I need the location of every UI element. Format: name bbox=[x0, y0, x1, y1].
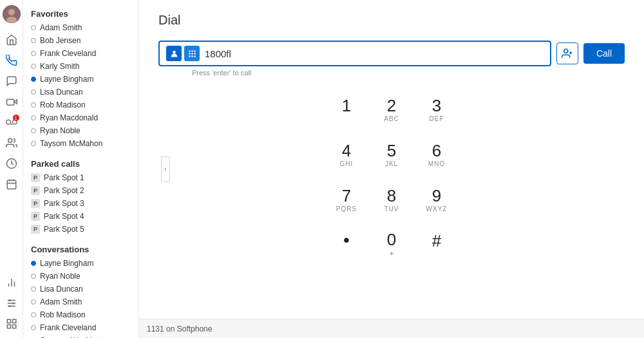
svg-point-4 bbox=[6, 120, 10, 124]
dial-key-letters: GHI bbox=[340, 160, 354, 167]
avatar[interactable] bbox=[3, 5, 21, 23]
video-nav-icon[interactable] bbox=[3, 93, 21, 111]
main-content: Dial bbox=[139, 0, 644, 338]
status-dot bbox=[31, 299, 36, 305]
svg-rect-25 bbox=[12, 325, 15, 328]
history-nav-icon[interactable] bbox=[3, 155, 21, 173]
chat-nav-icon[interactable] bbox=[3, 72, 21, 90]
call-button[interactable]: Call bbox=[583, 43, 625, 64]
list-item[interactable]: Taysom McMahon bbox=[23, 137, 138, 150]
dial-key-number: 5 bbox=[387, 142, 396, 159]
add-contact-button[interactable] bbox=[556, 42, 578, 64]
dial-key-4[interactable]: 4 GHI bbox=[324, 132, 369, 177]
dial-key-7[interactable]: 7 PQRS bbox=[324, 177, 369, 222]
voicemail-nav-icon[interactable]: 1 bbox=[3, 113, 21, 131]
icon-sidebar: 1 bbox=[0, 0, 23, 338]
dial-key-number: # bbox=[432, 232, 441, 249]
svg-point-31 bbox=[191, 53, 193, 54]
dial-input-row: Call bbox=[158, 41, 625, 66]
grid-nav-icon[interactable] bbox=[3, 315, 21, 333]
list-item[interactable]: Rob Madison bbox=[23, 99, 138, 111]
parked-calls-header: Parked calls bbox=[23, 155, 138, 171]
list-item[interactable]: Ryan Macdonald bbox=[23, 111, 138, 124]
dial-key-6[interactable]: 6 MNO bbox=[414, 132, 459, 177]
list-item[interactable]: P Park Spot 2 bbox=[23, 184, 138, 197]
conversations-header: Conversations bbox=[23, 241, 138, 257]
list-item[interactable]: Layne Bingham bbox=[23, 257, 138, 270]
voicemail-badge: 1 bbox=[13, 115, 19, 121]
settings-nav-icon[interactable] bbox=[3, 294, 21, 312]
svg-rect-22 bbox=[7, 319, 10, 323]
list-item[interactable]: Lisa Duncan bbox=[23, 283, 138, 296]
svg-point-36 bbox=[564, 49, 568, 53]
contact-name: Lisa Duncan bbox=[40, 285, 83, 294]
list-item[interactable]: P Park Spot 3 bbox=[23, 197, 138, 210]
list-item[interactable]: Spencer Washington bbox=[23, 334, 138, 338]
dial-key-letters: MNO bbox=[428, 160, 445, 167]
dial-key-3[interactable]: 3 DEF bbox=[414, 87, 459, 132]
dial-key-number: 8 bbox=[387, 187, 396, 204]
dial-key-5[interactable]: 5 JKL bbox=[369, 132, 414, 177]
contact-name: Karly Smith bbox=[40, 62, 79, 71]
list-item[interactable]: Frank Cleveland bbox=[23, 47, 138, 60]
status-dot bbox=[31, 274, 36, 279]
dial-key-dot[interactable]: • bbox=[324, 222, 369, 267]
list-item[interactable]: Karly Smith bbox=[23, 60, 138, 73]
list-item[interactable]: Bob Jensen bbox=[23, 34, 138, 47]
svg-point-26 bbox=[173, 50, 176, 53]
list-item[interactable]: Ryan Noble bbox=[23, 270, 138, 283]
home-nav-icon[interactable] bbox=[3, 31, 21, 49]
dial-key-number: 9 bbox=[432, 187, 441, 204]
list-item[interactable]: Adam Smith bbox=[23, 296, 138, 308]
list-item[interactable]: P Park Spot 1 bbox=[23, 171, 138, 184]
contacts-nav-icon[interactable] bbox=[3, 134, 21, 152]
dial-key-letters bbox=[345, 247, 348, 254]
list-item[interactable]: Ryan Noble bbox=[23, 124, 138, 137]
parked-calls-list: P Park Spot 1 P Park Spot 2 P Park Spot … bbox=[23, 171, 138, 236]
park-badge: P bbox=[31, 173, 40, 182]
dial-input[interactable] bbox=[205, 48, 544, 59]
dial-pad: 1 2 ABC 3 DEF 4 GHI 5 JKL 6 MNO bbox=[158, 87, 625, 267]
dial-key-1[interactable]: 1 bbox=[324, 87, 369, 132]
park-spot-name: Park Spot 2 bbox=[44, 186, 84, 195]
list-item[interactable]: Layne Bingham bbox=[23, 73, 138, 86]
list-item[interactable]: Lisa Duncan bbox=[23, 86, 138, 99]
svg-point-30 bbox=[189, 53, 190, 54]
keypad-icon-btn[interactable] bbox=[184, 46, 200, 61]
list-item[interactable]: P Park Spot 4 bbox=[23, 210, 138, 223]
dial-key-9[interactable]: 9 WXYZ bbox=[414, 177, 459, 222]
dial-key-0[interactable]: 0 + bbox=[369, 222, 414, 267]
list-item[interactable]: P Park Spot 5 bbox=[23, 223, 138, 236]
dial-key-letters bbox=[345, 115, 348, 122]
status-dot bbox=[31, 115, 36, 120]
phone-nav-icon[interactable] bbox=[3, 52, 21, 70]
contact-name: Lisa Duncan bbox=[40, 88, 83, 97]
dial-input-wrapper bbox=[158, 41, 551, 66]
status-dot bbox=[31, 286, 36, 292]
dial-key-hash[interactable]: # bbox=[414, 222, 459, 267]
svg-point-27 bbox=[189, 50, 190, 52]
status-dot bbox=[31, 128, 36, 133]
list-item[interactable]: Frank Cleveland bbox=[23, 321, 138, 334]
dial-key-number: 6 bbox=[432, 142, 441, 159]
status-dot bbox=[31, 141, 36, 146]
collapse-panel-button[interactable]: ‹ bbox=[161, 156, 170, 182]
dial-key-8[interactable]: 8 TUV bbox=[369, 177, 414, 222]
analytics-nav-icon[interactable] bbox=[3, 274, 21, 292]
dial-key-letters: ABC bbox=[384, 115, 399, 122]
park-spot-name: Park Spot 5 bbox=[44, 225, 84, 234]
contact-name: Frank Cleveland bbox=[40, 323, 96, 332]
list-item[interactable]: Adam Smith bbox=[23, 21, 138, 34]
park-badge: P bbox=[31, 212, 40, 221]
dial-key-letters bbox=[435, 250, 438, 258]
svg-point-2 bbox=[6, 17, 17, 23]
contact-icon-btn[interactable] bbox=[166, 46, 182, 61]
left-container: Favorites Adam Smith Bob Jensen Frank Cl… bbox=[23, 0, 139, 338]
status-dot bbox=[31, 77, 36, 82]
meetings-nav-icon[interactable] bbox=[3, 175, 21, 193]
dial-key-letters: PQRS bbox=[336, 205, 357, 212]
dial-key-2[interactable]: 2 ABC bbox=[369, 87, 414, 132]
list-item[interactable]: Rob Madison bbox=[23, 308, 138, 321]
park-badge: P bbox=[31, 199, 40, 208]
dial-key-plus: + bbox=[389, 249, 393, 258]
